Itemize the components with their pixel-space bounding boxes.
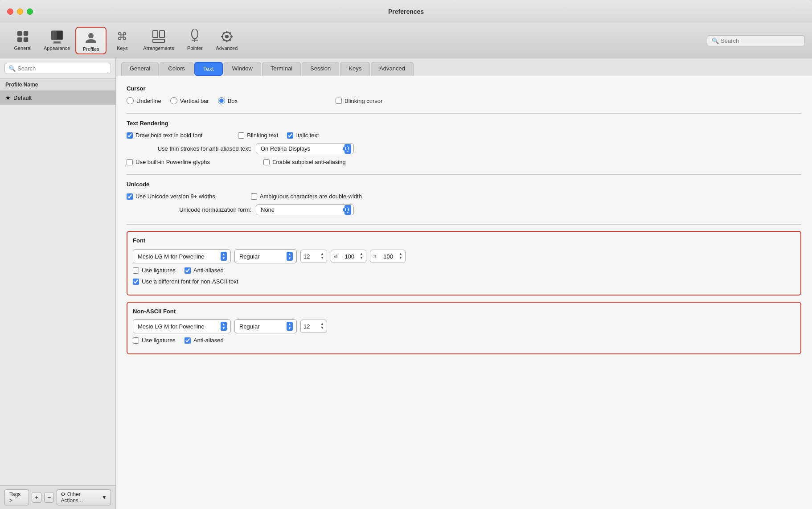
- svg-rect-6: [53, 41, 61, 43]
- subpixel-option[interactable]: Enable subpixel anti-aliasing: [263, 159, 346, 165]
- tab-session[interactable]: Session: [302, 62, 339, 76]
- sidebar-search-box[interactable]: 🔍: [4, 63, 111, 74]
- font-size-stepper[interactable]: ▲▼: [320, 252, 324, 260]
- box-radio[interactable]: [218, 97, 225, 104]
- font-width-icon: vli: [334, 254, 338, 259]
- draw-bold-option[interactable]: Draw bold text in bold font: [127, 132, 202, 139]
- unicode-version-option[interactable]: Use Unicode version 9+ widths: [127, 193, 215, 200]
- powerline-glyphs-checkbox[interactable]: [127, 159, 133, 165]
- different-font-label: Use a different font for non-ASCII text: [142, 278, 238, 285]
- non-ascii-anti-aliased-checkbox[interactable]: [185, 337, 191, 344]
- unicode-version-checkbox[interactable]: [127, 193, 133, 200]
- underline-radio[interactable]: [127, 97, 134, 104]
- other-actions-button[interactable]: ⚙ Other Actions... ▼: [57, 489, 111, 505]
- sidebar-footer: Tags > + − ⚙ Other Actions... ▼: [0, 485, 115, 509]
- italic-text-checkbox[interactable]: [287, 132, 293, 139]
- tab-keys[interactable]: Keys: [340, 62, 370, 76]
- toolbar-item-keys[interactable]: ⌘ Keys: [107, 27, 138, 54]
- vertical-bar-option[interactable]: Vertical bar: [170, 97, 209, 104]
- sidebar-search-input[interactable]: [17, 65, 107, 72]
- sidebar-search-icon: 🔍: [8, 65, 16, 72]
- ligatures-option[interactable]: Use ligatures: [133, 267, 176, 274]
- general-icon: [15, 29, 31, 45]
- tab-terminal[interactable]: Terminal: [262, 62, 301, 76]
- ligatures-checkbox[interactable]: [133, 267, 139, 274]
- toolbar-search-input[interactable]: [721, 37, 800, 44]
- ambiguous-checkbox[interactable]: [251, 193, 257, 200]
- non-ascii-font-size-box[interactable]: 12 ▲▼: [300, 320, 327, 333]
- tab-colors[interactable]: Colors: [160, 62, 193, 76]
- vertical-bar-radio[interactable]: [170, 97, 177, 104]
- italic-text-option[interactable]: Italic text: [287, 132, 319, 139]
- pointer-icon: [187, 29, 203, 45]
- font-height-stepper[interactable]: ▲▼: [399, 252, 402, 260]
- font-width-box[interactable]: vli 100 ▲▼: [331, 250, 366, 263]
- tab-general[interactable]: General: [121, 62, 159, 76]
- non-ascii-anti-aliased-option[interactable]: Anti-aliased: [185, 337, 224, 344]
- thin-strokes-row: Use thin strokes for anti-aliased text: …: [127, 143, 801, 154]
- remove-profile-button[interactable]: −: [44, 492, 54, 503]
- blinking-cursor-checkbox[interactable]: [336, 98, 342, 104]
- anti-aliased-checkbox[interactable]: [185, 267, 191, 274]
- normalization-select[interactable]: None NFC NFD NFKC NFKD: [256, 204, 354, 215]
- non-ascii-font-style-select[interactable]: Regular ▲▼: [234, 319, 297, 333]
- close-button[interactable]: [7, 8, 13, 15]
- toolbar-item-pointer[interactable]: Pointer: [179, 27, 210, 54]
- profile-item-default[interactable]: ★ Default: [0, 91, 115, 105]
- different-font-checkbox[interactable]: [133, 279, 139, 285]
- different-font-option[interactable]: Use a different font for non-ASCII text: [133, 278, 238, 285]
- tags-button[interactable]: Tags >: [4, 489, 29, 505]
- tags-label: Tags >: [9, 491, 24, 504]
- draw-bold-checkbox[interactable]: [127, 132, 133, 139]
- font-style-select[interactable]: Regular ▲▼: [234, 249, 297, 263]
- non-ascii-anti-aliased-label: Anti-aliased: [193, 337, 224, 344]
- other-actions-arrow: ▼: [102, 494, 107, 501]
- ambiguous-option[interactable]: Ambiguous characters are double-width: [251, 193, 362, 200]
- toolbar: General Appearance: [0, 23, 812, 58]
- non-ascii-font-name-select[interactable]: Meslo LG M for Powerline ▲▼: [133, 319, 231, 333]
- non-ascii-ligatures-option[interactable]: Use ligatures: [133, 337, 176, 344]
- blinking-cursor-label: Blinking cursor: [344, 98, 382, 104]
- thin-strokes-select[interactable]: Always On Retina Displays Never: [256, 143, 354, 154]
- non-ascii-font-size-stepper[interactable]: ▲▼: [320, 322, 324, 330]
- blinking-cursor-option[interactable]: Blinking cursor: [336, 98, 382, 104]
- font-size-box[interactable]: 12 ▲▼: [300, 250, 327, 263]
- toolbar-item-profiles[interactable]: Profiles: [75, 27, 107, 54]
- anti-aliased-option[interactable]: Anti-aliased: [185, 267, 224, 274]
- keys-label: Keys: [117, 45, 127, 51]
- font-name-stepper: ▲▼: [221, 252, 227, 261]
- divider-1: [127, 113, 801, 114]
- box-option[interactable]: Box: [218, 97, 238, 104]
- other-actions-label: ⚙ Other Actions...: [61, 491, 100, 504]
- svg-rect-2: [24, 31, 28, 36]
- font-width-stepper[interactable]: ▲▼: [360, 252, 363, 260]
- non-ascii-font-size-value: 12: [303, 323, 310, 330]
- underline-option[interactable]: Underline: [127, 97, 161, 104]
- add-profile-button[interactable]: +: [32, 492, 41, 503]
- font-style-stepper: ▲▼: [287, 252, 293, 261]
- font-name-select[interactable]: Meslo LG M for Powerline ▲▼: [133, 249, 231, 263]
- maximize-button[interactable]: [27, 8, 33, 15]
- minimize-button[interactable]: [17, 8, 23, 15]
- non-ascii-font-row: Meslo LG M for Powerline ▲▼ Regular ▲▼ 1…: [133, 319, 795, 333]
- powerline-glyphs-option[interactable]: Use built-in Powerline glyphs: [127, 159, 210, 165]
- font-section: Font Meslo LG M for Powerline ▲▼ Regular…: [127, 231, 801, 296]
- non-ascii-ligatures-checkbox[interactable]: [133, 337, 139, 344]
- toolbar-item-general[interactable]: General: [7, 27, 38, 54]
- ambiguous-label: Ambiguous characters are double-width: [260, 193, 362, 200]
- appearance-label: Appearance: [44, 45, 70, 51]
- toolbar-item-advanced[interactable]: Advanced: [210, 27, 243, 54]
- blinking-text-checkbox[interactable]: [238, 132, 244, 139]
- toolbar-item-arrangements[interactable]: Arrangements: [138, 27, 179, 54]
- tab-window[interactable]: Window: [224, 62, 261, 76]
- tab-advanced[interactable]: Advanced: [371, 62, 414, 76]
- subpixel-checkbox[interactable]: [263, 159, 270, 165]
- blinking-text-option[interactable]: Blinking text: [238, 132, 278, 139]
- toolbar-search-box[interactable]: 🔍: [707, 35, 805, 46]
- toolbar-item-appearance[interactable]: Appearance: [38, 27, 75, 54]
- tab-text[interactable]: Text: [194, 62, 223, 76]
- svg-rect-10: [153, 31, 158, 37]
- font-height-box[interactable]: π 100 ▲▼: [370, 250, 406, 263]
- pointer-label: Pointer: [187, 45, 203, 51]
- ligatures-label: Use ligatures: [142, 267, 176, 274]
